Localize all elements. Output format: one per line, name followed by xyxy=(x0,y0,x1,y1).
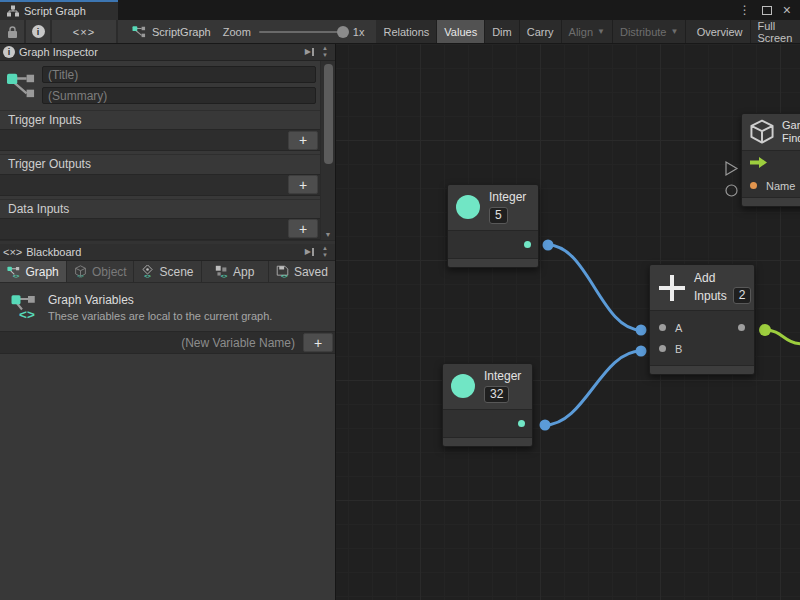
scroll-arrows[interactable]: ▲ ▼ xyxy=(318,45,332,59)
overview-button[interactable]: Overview xyxy=(690,20,751,43)
value-stub-icon xyxy=(726,185,737,196)
graph-breadcrumb[interactable]: ScriptGraph xyxy=(118,20,223,43)
integer-value-input[interactable]: 32 xyxy=(484,386,509,403)
tab-app[interactable]: <> App xyxy=(202,261,269,282)
graph-name-label: ScriptGraph xyxy=(152,26,211,38)
blackboard-tabs: <> Graph <> Object <> Scene xyxy=(0,261,335,283)
graph-tab-icon: <> xyxy=(7,265,20,278)
graph-summary-input[interactable]: (Summary) xyxy=(42,87,316,104)
add-trigger-output-button[interactable]: + xyxy=(288,175,318,194)
zoom-value: 1x xyxy=(353,26,365,38)
scrollbar-thumb[interactable] xyxy=(324,64,333,164)
add-data-input-button[interactable]: + xyxy=(288,219,318,238)
graph-node-icon xyxy=(2,71,40,99)
relations-button[interactable]: Relations xyxy=(376,20,437,43)
info-icon: i xyxy=(32,25,45,38)
maximize-icon[interactable] xyxy=(762,6,772,15)
chevron-down-icon: ▼ xyxy=(597,27,605,36)
wire-int5-to-add-a[interactable] xyxy=(548,245,641,330)
svg-text:<>: <> xyxy=(281,273,288,278)
distribute-dropdown[interactable]: Distribute ▼ xyxy=(613,20,686,43)
hierarchy-icon xyxy=(7,5,19,17)
graph-title-input[interactable]: (Title) xyxy=(42,66,316,83)
zoom-slider-handle[interactable] xyxy=(337,26,349,38)
flow-stub-icon xyxy=(726,162,737,175)
graph-variables-description: These variables are local to the current… xyxy=(48,310,272,322)
inspector-toggle-button[interactable]: i xyxy=(26,20,52,43)
svg-text:<>: <> xyxy=(77,273,84,278)
input-port-b[interactable] xyxy=(659,345,666,352)
node-add[interactable]: Add Inputs 2 A B xyxy=(649,264,755,375)
zoom-slider[interactable] xyxy=(259,31,345,33)
blackboard-header[interactable]: <×> Blackboard ▶ ▲ ▼ xyxy=(0,244,335,261)
wire-int32-to-add-b[interactable] xyxy=(545,351,641,425)
add-trigger-input-button[interactable]: + xyxy=(288,131,318,150)
connection-dot[interactable] xyxy=(540,420,551,431)
dock-icon[interactable]: ▶ xyxy=(305,48,314,56)
output-port[interactable] xyxy=(738,324,745,331)
node-footer xyxy=(443,437,532,446)
integer-type-icon xyxy=(456,195,480,219)
connection-dot[interactable] xyxy=(543,240,554,251)
connection-dot[interactable] xyxy=(636,325,647,336)
scroll-down-icon[interactable]: ▼ xyxy=(322,252,328,259)
node-integer-32[interactable]: Integer 32 xyxy=(442,363,533,447)
tab-script-graph[interactable]: Script Graph xyxy=(0,0,118,20)
string-input-port[interactable] xyxy=(750,182,757,189)
scroll-up-icon[interactable]: ▲ xyxy=(322,45,328,52)
scroll-up-icon[interactable]: ▲ xyxy=(322,245,328,252)
menu-icon[interactable]: ⋮ xyxy=(739,3,751,17)
output-port[interactable] xyxy=(518,420,525,427)
svg-text:<>: <> xyxy=(145,273,152,278)
graph-variables-heading: Graph Variables xyxy=(48,293,272,307)
graph-inspector-title: Graph Inspector xyxy=(19,46,98,58)
scroll-arrows[interactable]: ▲ ▼ xyxy=(318,245,332,259)
connection-dot[interactable] xyxy=(636,346,647,357)
node-gameobject-find[interactable]: GameObject Find Name xyxy=(741,113,800,207)
node-title: Integer xyxy=(484,369,521,383)
port-label: Name xyxy=(766,180,795,192)
dim-button[interactable]: Dim xyxy=(485,20,520,43)
inputs-count-input[interactable]: 2 xyxy=(733,287,752,304)
scroll-down-icon[interactable]: ▼ xyxy=(322,52,328,59)
lock-icon xyxy=(6,25,19,39)
tab-scene[interactable]: <> Scene xyxy=(134,261,201,282)
inspector-scrollbar[interactable]: ▼ xyxy=(320,61,335,240)
dock-icon[interactable]: ▶ xyxy=(305,248,314,256)
flow-input-row xyxy=(742,151,800,174)
tab-saved[interactable]: <> Saved xyxy=(269,261,335,282)
carry-button[interactable]: Carry xyxy=(520,20,562,43)
tab-object[interactable]: <> Object xyxy=(67,261,134,282)
align-dropdown[interactable]: Align ▼ xyxy=(562,20,613,43)
new-variable-input[interactable]: (New Variable Name) xyxy=(2,336,303,350)
section-trigger-outputs: Trigger Outputs xyxy=(0,154,320,173)
tab-graph[interactable]: <> Graph xyxy=(0,261,67,282)
graph-inspector-header[interactable]: i Graph Inspector ▶ ▲ ▼ xyxy=(0,44,335,61)
lock-button[interactable] xyxy=(0,20,26,43)
node-footer xyxy=(448,258,538,267)
add-variable-button[interactable]: + xyxy=(303,333,333,352)
sidebar-panel: i Graph Inspector ▶ ▲ ▼ (Title) xyxy=(0,44,336,600)
node-footer xyxy=(650,365,754,374)
inputs-label: Inputs xyxy=(694,289,727,303)
fullscreen-button[interactable]: Full Screen xyxy=(751,20,800,43)
graph-toolbar: i <×> ScriptGraph Zoom 1x Relations Valu… xyxy=(0,20,800,44)
info-icon: i xyxy=(3,46,15,58)
integer-value-input[interactable]: 5 xyxy=(489,207,508,224)
gameobject-cube-icon xyxy=(749,119,775,145)
object-tab-icon: <> xyxy=(74,265,87,278)
blackboard-toggle-button[interactable]: <×> xyxy=(52,20,118,43)
node-title-line1: GameObject xyxy=(782,119,800,132)
values-button[interactable]: Values xyxy=(437,20,485,43)
section-data-inputs: Data Inputs xyxy=(0,199,320,218)
node-integer-5[interactable]: Integer 5 xyxy=(447,184,539,268)
input-port-a[interactable] xyxy=(659,324,666,331)
connection-dot[interactable] xyxy=(759,324,771,336)
output-port[interactable] xyxy=(524,241,531,248)
graph-canvas[interactable]: Integer 5 Integer 32 xyxy=(336,44,800,600)
scroll-down-icon[interactable]: ▼ xyxy=(325,231,332,238)
close-icon[interactable]: × xyxy=(783,2,791,18)
window-tab-bar: Script Graph ⋮ × xyxy=(0,0,800,20)
trigger-inputs-list: + xyxy=(0,129,320,151)
flow-arrow-icon[interactable] xyxy=(750,157,767,168)
